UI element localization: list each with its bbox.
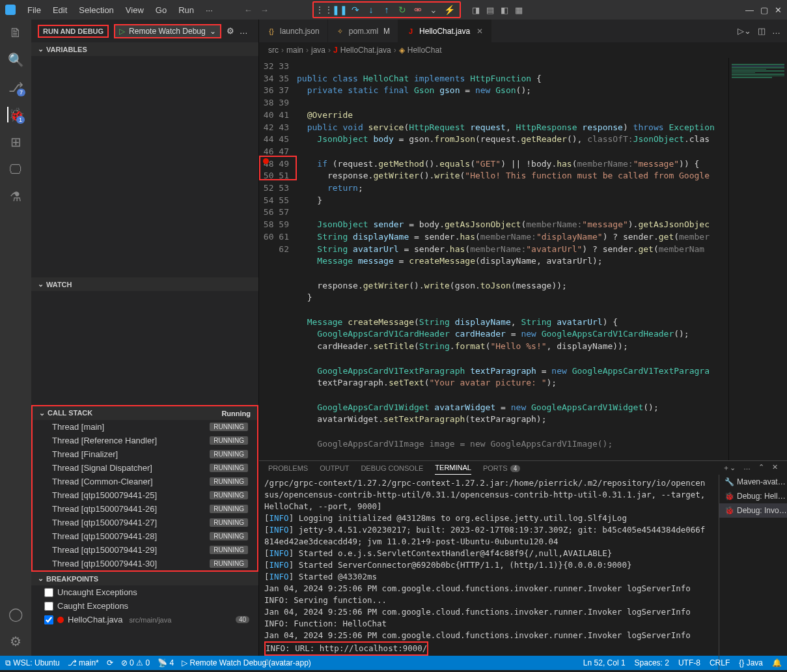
debug-indicator[interactable]: ▷ Remote Watch Debug (avatar-app) [182, 658, 311, 667]
ports-indicator[interactable]: 📡 4 [158, 658, 174, 667]
code-content[interactable]: public class HelloChat implements HttpFu… [297, 58, 787, 460]
explorer-icon[interactable]: 🗎 [8, 25, 23, 40]
problems-indicator[interactable]: ⊘ 0 ⚠ 0 [121, 658, 150, 667]
callstack-header[interactable]: ⌄CALL STACK Running [33, 406, 257, 420]
pause-icon[interactable]: ❚❚ [333, 3, 346, 16]
code-editor[interactable]: 32 33 34 35 36 37 38 39 40 41 42 43 44 4… [259, 58, 787, 460]
nav-forward-icon[interactable]: → [260, 5, 269, 15]
crumb[interactable]: HelloChat.java [340, 46, 391, 55]
thread-row[interactable]: Thread [qtp1500079441-28]RUNNING [33, 529, 257, 543]
remote-explorer-icon[interactable]: 🖵 [8, 161, 23, 177]
start-debug-icon[interactable]: ▷ [119, 27, 125, 36]
debug-icon[interactable]: 🐞1 [7, 107, 23, 122]
thread-row[interactable]: Thread [Reference Handler]RUNNING [33, 434, 257, 447]
testing-icon[interactable]: ⚗ [8, 189, 23, 204]
maximize-panel-icon[interactable]: ⌃ [758, 463, 764, 473]
customize-layout-icon[interactable]: ▦ [515, 5, 523, 15]
menu-view[interactable]: View [120, 3, 149, 18]
drag-handle-icon[interactable]: ⋮⋮ [318, 3, 331, 16]
close-icon[interactable]: ✕ [775, 5, 782, 15]
breakpoint-line[interactable]: HelloChat.java src/main/java 40 [31, 613, 258, 626]
thread-row[interactable]: Thread [qtp1500079441-29]RUNNING [33, 543, 257, 557]
notifications-icon[interactable]: 🔔 [772, 658, 782, 667]
thread-row[interactable]: Thread [qtp1500079441-27]RUNNING [33, 516, 257, 529]
accounts-icon[interactable]: ◯ [8, 606, 23, 622]
panel-tab-debug-console[interactable]: DEBUG CONSOLE [361, 462, 423, 475]
close-tab-icon[interactable]: ✕ [476, 27, 483, 36]
breakpoint-checkbox[interactable] [44, 615, 53, 624]
eol-indicator[interactable]: CRLF [710, 658, 730, 667]
cursor-position[interactable]: Ln 52, Col 1 [583, 658, 626, 667]
toggle-panel-icon[interactable]: ▤ [486, 5, 494, 15]
toggle-secondary-sidebar-icon[interactable]: ◧ [501, 5, 508, 15]
breakpoints-header[interactable]: ⌄BREAKPOINTS [31, 572, 258, 585]
more-actions-icon[interactable]: … [743, 463, 751, 473]
remote-indicator[interactable]: ⧉ WSL: Ubuntu [5, 658, 60, 667]
line-gutter[interactable]: 32 33 34 35 36 37 38 39 40 41 42 43 44 4… [259, 58, 297, 460]
toggle-primary-sidebar-icon[interactable]: ◨ [472, 5, 480, 15]
thread-row[interactable]: Thread [main]RUNNING [33, 420, 257, 434]
split-editor-icon[interactable]: ◫ [758, 26, 766, 36]
watch-header[interactable]: ⌄WATCH [31, 277, 258, 291]
step-into-icon[interactable]: ↓ [365, 3, 378, 16]
menu-go[interactable]: Go [150, 3, 172, 18]
terminal-item-maven[interactable]: 🔧Maven-avat… [719, 475, 787, 489]
encoding-indicator[interactable]: UTF-8 [678, 658, 700, 667]
breakpoint-dot-icon[interactable] [263, 158, 269, 164]
hot-reload-icon[interactable]: ⚡ [443, 3, 456, 16]
scm-icon[interactable]: ⎇7 [8, 79, 23, 95]
tab-pom-xml[interactable]: ⟡pom.xmlM [328, 20, 398, 42]
close-panel-icon[interactable]: ✕ [772, 463, 778, 473]
chevron-down-icon[interactable]: ⌄ [210, 27, 216, 36]
language-indicator[interactable]: {} Java [739, 658, 763, 667]
breakpoint-uncaught[interactable]: Uncaught Exceptions [31, 585, 258, 599]
step-over-icon[interactable]: ↷ [349, 3, 362, 16]
more-actions-icon[interactable]: … [772, 26, 780, 36]
run-icon[interactable]: ▷⌄ [738, 26, 751, 36]
debug-settings-gear-icon[interactable]: ⚙ [227, 26, 234, 36]
breakpoint-checkbox[interactable] [44, 602, 53, 611]
more-actions-icon[interactable]: … [240, 26, 248, 36]
search-icon[interactable]: 🔍 [8, 52, 23, 68]
variables-header[interactable]: ⌄VARIABLES [31, 42, 258, 56]
menu-run[interactable]: Run [173, 3, 199, 18]
terminal-item-debug-invo[interactable]: 🐞Debug: Invo… [719, 503, 787, 518]
panel-tab-problems[interactable]: PROBLEMS [268, 462, 308, 475]
thread-row[interactable]: Thread [Signal Dispatcher]RUNNING [33, 461, 257, 475]
breakpoint-caught[interactable]: Caught Exceptions [31, 599, 258, 613]
panel-tab-output[interactable]: OUTPUT [320, 462, 349, 475]
thread-row[interactable]: Thread [Common-Cleaner]RUNNING [33, 475, 257, 488]
thread-row[interactable]: Thread [qtp1500079441-25]RUNNING [33, 488, 257, 502]
crumb[interactable]: main [286, 46, 303, 55]
settings-gear-icon[interactable]: ⚙ [8, 634, 23, 649]
restart-icon[interactable]: ↻ [396, 3, 409, 16]
maximize-icon[interactable]: ▢ [760, 5, 768, 15]
terminal-output[interactable]: /grpc/grpc-context/1.27.2/grpc-context-1… [259, 475, 719, 670]
minimap[interactable] [728, 58, 787, 460]
menu-selection[interactable]: Selection [74, 3, 118, 18]
thread-row[interactable]: Thread [Finalizer]RUNNING [33, 447, 257, 461]
step-out-icon[interactable]: ↑ [380, 3, 393, 16]
thread-row[interactable]: Thread [qtp1500079441-26]RUNNING [33, 502, 257, 516]
disconnect-icon[interactable]: ⚮ [411, 3, 424, 16]
minimize-icon[interactable]: — [745, 5, 754, 15]
breakpoint-checkbox[interactable] [44, 588, 53, 597]
crumb[interactable]: src [268, 46, 279, 55]
indent-indicator[interactable]: Spaces: 2 [635, 658, 669, 667]
tab-launch-json[interactable]: {}launch.json [259, 20, 328, 42]
new-terminal-icon[interactable]: ＋⌄ [723, 463, 736, 473]
thread-row[interactable]: Thread [qtp1500079441-30]RUNNING [33, 557, 257, 570]
menu-more[interactable]: ··· [200, 3, 218, 18]
terminal-item-debug-hello[interactable]: 🐞Debug: Hell… [719, 489, 787, 503]
menu-edit[interactable]: Edit [48, 3, 72, 18]
crumb[interactable]: HelloChat [407, 46, 442, 55]
tab-hellochat-java[interactable]: JHelloChat.java✕ [398, 20, 491, 42]
launch-config-select[interactable]: ▷ Remote Watch Debug ⌄ [114, 24, 221, 38]
crumb[interactable]: java [311, 46, 325, 55]
nav-back-icon[interactable]: ← [244, 5, 253, 15]
panel-tab-terminal[interactable]: TERMINAL [435, 461, 471, 475]
sync-indicator[interactable]: ⟳ [107, 658, 113, 667]
branch-indicator[interactable]: ⎇ main* [68, 658, 99, 667]
extensions-icon[interactable]: ⊞ [8, 134, 23, 150]
dropdown-icon[interactable]: ⌄ [427, 3, 440, 16]
